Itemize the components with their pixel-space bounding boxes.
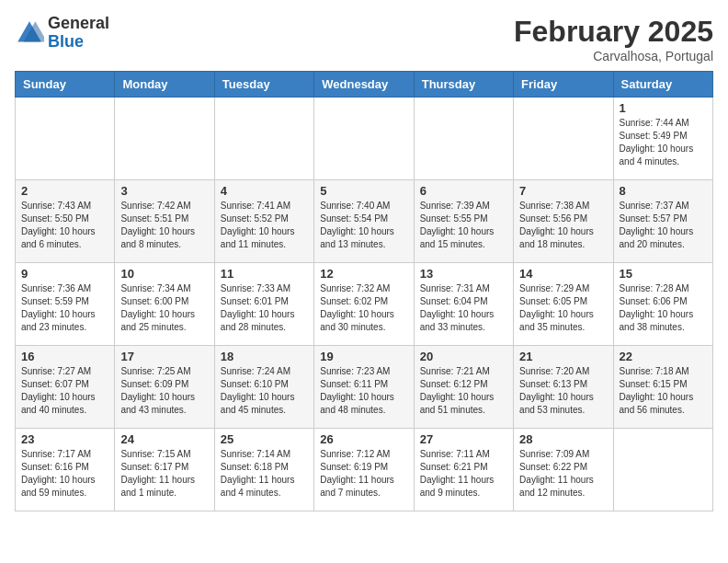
day-number: 10 (120, 267, 208, 281)
calendar-cell: 25Sunrise: 7:14 AM Sunset: 6:18 PM Dayli… (214, 429, 313, 511)
logo-general-text: General (48, 15, 109, 33)
calendar-cell: 21Sunrise: 7:20 AM Sunset: 6:13 PM Dayli… (514, 346, 613, 429)
day-info: Sunrise: 7:32 AM Sunset: 6:02 PM Dayligh… (320, 282, 407, 334)
day-info: Sunrise: 7:39 AM Sunset: 5:55 PM Dayligh… (420, 200, 507, 251)
day-info: Sunrise: 7:36 AM Sunset: 5:59 PM Dayligh… (21, 282, 108, 334)
calendar-cell: 8Sunrise: 7:37 AM Sunset: 5:57 PM Daylig… (613, 180, 712, 263)
day-number: 17 (120, 350, 208, 363)
day-number: 8 (620, 184, 707, 198)
calendar-cell: 3Sunrise: 7:42 AM Sunset: 5:51 PM Daylig… (115, 180, 214, 263)
calendar-cell: 14Sunrise: 7:29 AM Sunset: 6:05 PM Dayli… (514, 263, 613, 346)
day-number: 20 (420, 350, 507, 363)
calendar-cell: 20Sunrise: 7:21 AM Sunset: 6:12 PM Dayli… (414, 346, 513, 429)
day-number: 9 (21, 267, 108, 281)
calendar-cell: 10Sunrise: 7:34 AM Sunset: 6:00 PM Dayli… (115, 263, 214, 346)
logo: General Blue (15, 15, 109, 52)
calendar-cell: 28Sunrise: 7:09 AM Sunset: 6:22 PM Dayli… (514, 429, 613, 511)
title-block: February 2025 Carvalhosa, Portugal (514, 15, 713, 63)
calendar-cell (115, 98, 214, 180)
calendar-cell (314, 98, 414, 180)
day-number: 21 (519, 350, 607, 363)
calendar-cell: 6Sunrise: 7:39 AM Sunset: 5:55 PM Daylig… (414, 180, 513, 263)
calendar-cell (514, 98, 613, 180)
calendar-cell (414, 98, 513, 180)
weekday-header-saturday: Saturday (613, 72, 712, 98)
calendar-cell: 1Sunrise: 7:44 AM Sunset: 5:49 PM Daylig… (613, 98, 712, 180)
week-row-4: 16Sunrise: 7:27 AM Sunset: 6:07 PM Dayli… (16, 346, 713, 429)
day-info: Sunrise: 7:37 AM Sunset: 5:57 PM Dayligh… (620, 200, 707, 251)
calendar-cell: 26Sunrise: 7:12 AM Sunset: 6:19 PM Dayli… (314, 429, 414, 511)
calendar-cell: 27Sunrise: 7:11 AM Sunset: 6:21 PM Dayli… (414, 429, 513, 511)
calendar-cell: 24Sunrise: 7:15 AM Sunset: 6:17 PM Dayli… (115, 429, 214, 511)
day-number: 16 (21, 350, 108, 363)
calendar-cell: 4Sunrise: 7:41 AM Sunset: 5:52 PM Daylig… (214, 180, 313, 263)
day-number: 18 (221, 350, 308, 363)
calendar-cell (16, 98, 115, 180)
calendar-cell: 18Sunrise: 7:24 AM Sunset: 6:10 PM Dayli… (214, 346, 313, 429)
day-info: Sunrise: 7:28 AM Sunset: 6:06 PM Dayligh… (620, 282, 707, 334)
day-number: 25 (221, 432, 308, 446)
day-number: 22 (620, 350, 707, 363)
day-number: 13 (420, 267, 507, 281)
weekday-header-tuesday: Tuesday (214, 72, 313, 98)
calendar-cell: 13Sunrise: 7:31 AM Sunset: 6:04 PM Dayli… (414, 263, 513, 346)
logo-blue-text: Blue (48, 33, 109, 52)
calendar-cell: 2Sunrise: 7:43 AM Sunset: 5:50 PM Daylig… (16, 180, 115, 263)
day-number: 7 (519, 184, 607, 198)
week-row-5: 23Sunrise: 7:17 AM Sunset: 6:16 PM Dayli… (16, 429, 713, 511)
day-info: Sunrise: 7:11 AM Sunset: 6:21 PM Dayligh… (420, 448, 507, 500)
day-info: Sunrise: 7:31 AM Sunset: 6:04 PM Dayligh… (420, 282, 507, 334)
weekday-header-monday: Monday (115, 72, 214, 98)
day-info: Sunrise: 7:41 AM Sunset: 5:52 PM Dayligh… (221, 200, 308, 251)
day-info: Sunrise: 7:20 AM Sunset: 6:13 PM Dayligh… (519, 365, 607, 417)
calendar-cell: 23Sunrise: 7:17 AM Sunset: 6:16 PM Dayli… (16, 429, 115, 511)
calendar-cell (613, 429, 712, 511)
page-header: General Blue February 2025 Carvalhosa, P… (15, 15, 713, 63)
day-info: Sunrise: 7:15 AM Sunset: 6:17 PM Dayligh… (120, 448, 208, 500)
day-info: Sunrise: 7:18 AM Sunset: 6:15 PM Dayligh… (620, 365, 707, 417)
calendar-cell: 9Sunrise: 7:36 AM Sunset: 5:59 PM Daylig… (16, 263, 115, 346)
weekday-header-row: SundayMondayTuesdayWednesdayThursdayFrid… (16, 72, 713, 98)
calendar-cell: 16Sunrise: 7:27 AM Sunset: 6:07 PM Dayli… (16, 346, 115, 429)
day-info: Sunrise: 7:40 AM Sunset: 5:54 PM Dayligh… (320, 200, 407, 251)
day-number: 1 (620, 101, 707, 115)
day-number: 12 (320, 267, 407, 281)
week-row-3: 9Sunrise: 7:36 AM Sunset: 5:59 PM Daylig… (16, 263, 713, 346)
day-number: 15 (620, 267, 707, 281)
day-number: 6 (420, 184, 507, 198)
day-info: Sunrise: 7:43 AM Sunset: 5:50 PM Dayligh… (21, 200, 108, 251)
weekday-header-wednesday: Wednesday (314, 72, 414, 98)
day-number: 19 (320, 350, 407, 363)
day-info: Sunrise: 7:42 AM Sunset: 5:51 PM Dayligh… (120, 200, 208, 251)
day-number: 24 (120, 432, 208, 446)
calendar-cell: 12Sunrise: 7:32 AM Sunset: 6:02 PM Dayli… (314, 263, 414, 346)
day-info: Sunrise: 7:23 AM Sunset: 6:11 PM Dayligh… (320, 365, 407, 417)
week-row-1: 1Sunrise: 7:44 AM Sunset: 5:49 PM Daylig… (16, 98, 713, 180)
weekday-header-thursday: Thursday (414, 72, 513, 98)
day-info: Sunrise: 7:12 AM Sunset: 6:19 PM Dayligh… (320, 448, 407, 500)
weekday-header-sunday: Sunday (16, 72, 115, 98)
calendar-cell: 15Sunrise: 7:28 AM Sunset: 6:06 PM Dayli… (613, 263, 712, 346)
logo-icon (15, 18, 44, 48)
day-number: 26 (320, 432, 407, 446)
day-number: 3 (120, 184, 208, 198)
calendar-table: SundayMondayTuesdayWednesdayThursdayFrid… (15, 71, 713, 511)
day-info: Sunrise: 7:29 AM Sunset: 6:05 PM Dayligh… (519, 282, 607, 334)
day-info: Sunrise: 7:21 AM Sunset: 6:12 PM Dayligh… (420, 365, 507, 417)
calendar-cell: 11Sunrise: 7:33 AM Sunset: 6:01 PM Dayli… (214, 263, 313, 346)
day-number: 5 (320, 184, 407, 198)
day-number: 2 (21, 184, 108, 198)
day-info: Sunrise: 7:33 AM Sunset: 6:01 PM Dayligh… (221, 282, 308, 334)
day-info: Sunrise: 7:27 AM Sunset: 6:07 PM Dayligh… (21, 365, 108, 417)
calendar-cell: 7Sunrise: 7:38 AM Sunset: 5:56 PM Daylig… (514, 180, 613, 263)
day-info: Sunrise: 7:25 AM Sunset: 6:09 PM Dayligh… (120, 365, 208, 417)
calendar-cell: 19Sunrise: 7:23 AM Sunset: 6:11 PM Dayli… (314, 346, 414, 429)
week-row-2: 2Sunrise: 7:43 AM Sunset: 5:50 PM Daylig… (16, 180, 713, 263)
calendar-cell: 5Sunrise: 7:40 AM Sunset: 5:54 PM Daylig… (314, 180, 414, 263)
location: Carvalhosa, Portugal (514, 49, 713, 63)
day-number: 14 (519, 267, 607, 281)
day-info: Sunrise: 7:14 AM Sunset: 6:18 PM Dayligh… (221, 448, 308, 500)
day-info: Sunrise: 7:24 AM Sunset: 6:10 PM Dayligh… (221, 365, 308, 417)
day-info: Sunrise: 7:17 AM Sunset: 6:16 PM Dayligh… (21, 448, 108, 500)
day-number: 28 (519, 432, 607, 446)
